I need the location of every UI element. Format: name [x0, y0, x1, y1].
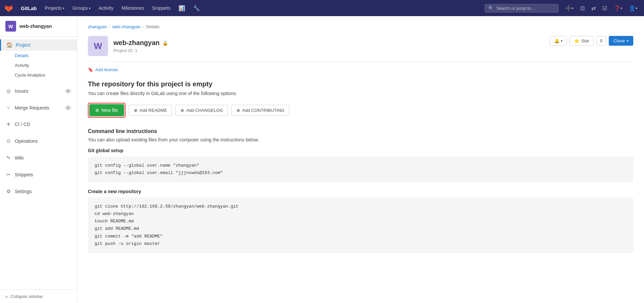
- collapse-label: Collapse sidebar: [10, 294, 43, 299]
- help-icon-btn[interactable]: ❓ ▾: [611, 3, 625, 13]
- sidebar-item-operations[interactable]: ⊙ Operations: [0, 135, 77, 147]
- plus-icon-btn[interactable]: ➕ ▾: [562, 3, 576, 13]
- collapse-sidebar-btn[interactable]: « Collapse sidebar: [0, 290, 77, 303]
- breadcrumb-zhangyan[interactable]: zhangyan: [88, 24, 107, 29]
- clone-button[interactable]: Clone ▾: [609, 36, 633, 46]
- sidebar-item-wiki[interactable]: ✎ Wiki: [0, 152, 77, 164]
- project-header-right: 🔔 ▾ ⭐ Star 0 Clone ▾: [550, 36, 633, 46]
- sidebar-item-snippets-label: Snippets: [15, 172, 33, 177]
- nav-activity[interactable]: Activity: [95, 0, 117, 16]
- merge-icon-btn[interactable]: ⇄: [589, 3, 598, 13]
- issues-icon: ◎: [5, 88, 11, 94]
- sidebar-item-issues-label: Issues: [15, 88, 28, 94]
- sidebar-item-operations-label: Operations: [15, 138, 38, 144]
- breadcrumb-sep-1: ›: [109, 24, 110, 29]
- sidebar-subitem-activity[interactable]: Activity: [0, 60, 77, 70]
- issues-badge: 0: [65, 89, 71, 93]
- sidebar-item-wiki-label: Wiki: [15, 155, 23, 161]
- star-count: 0: [596, 36, 606, 46]
- sidebar-item-project-label: Project: [16, 42, 31, 48]
- star-label: Star: [581, 38, 589, 43]
- project-title: web-zhangyan 🔒: [113, 39, 168, 47]
- add-license-label: Add license: [95, 67, 118, 72]
- new-repo-line-3: touch README.md: [95, 218, 627, 225]
- nav-snippets[interactable]: Snippets: [149, 0, 173, 16]
- main-content: zhangyan › web-zhangyan › Details W web-…: [77, 16, 644, 303]
- issues-icon-btn[interactable]: ⊡: [578, 3, 587, 13]
- git-global-title: Git global setup: [88, 148, 633, 153]
- nav-chart-icon[interactable]: 📊: [175, 0, 189, 16]
- new-repo-line-4: git add README.md: [95, 225, 627, 232]
- git-global-line-2: git config --global user.email "jjjnswds…: [95, 169, 627, 177]
- project-avatar: W: [88, 36, 108, 56]
- new-file-button[interactable]: ⊕ New file: [89, 104, 124, 116]
- sidebar-item-snippets[interactable]: ✂ Snippets: [0, 169, 77, 180]
- nav-milestones[interactable]: Milestones: [118, 0, 147, 16]
- sidebar-mr-section: ⑂ Merge Requests 0: [0, 99, 77, 116]
- sidebar-item-merge-requests[interactable]: ⑂ Merge Requests 0: [0, 102, 77, 113]
- command-line-title: Command line instructions: [88, 128, 633, 134]
- nav-projects[interactable]: Projects ▾: [42, 0, 68, 16]
- search-placeholder: Search or jump to...: [496, 6, 534, 11]
- nav-gitlab-label[interactable]: GitLab: [17, 0, 40, 16]
- add-changelog-plus-icon: ⊕: [180, 108, 184, 113]
- sidebar-issues-section: ◎ Issues 0: [0, 83, 77, 99]
- nav-groups[interactable]: Groups ▾: [69, 0, 94, 16]
- wiki-icon: ✎: [5, 155, 11, 161]
- git-global-code: git config --global user.name "zhangyan"…: [88, 157, 633, 182]
- breadcrumb-web-zhangyan[interactable]: web-zhangyan: [112, 24, 141, 29]
- sidebar-subitem-cycle-analytics[interactable]: Cycle Analytics: [0, 70, 77, 80]
- empty-repo-description: You can create files directly in GitLab …: [88, 91, 633, 96]
- sidebar-item-settings[interactable]: ⚙ Settings: [0, 186, 77, 197]
- sidebar-item-project[interactable]: 🏠 Project: [0, 39, 77, 51]
- new-file-label: New file: [101, 107, 118, 113]
- sidebar: W web-zhangyan 🏠 Project Details Activit…: [0, 16, 77, 303]
- search-bar[interactable]: 🔍 Search or jump to...: [485, 4, 558, 12]
- add-license-link[interactable]: 🔖 Add license: [88, 67, 633, 72]
- sidebar-project-section: 🏠 Project Details Activity Cycle Analyti…: [0, 37, 77, 83]
- nav-wrench-icon[interactable]: 🔧: [190, 0, 203, 16]
- command-line-description: You can also upload existing files from …: [88, 137, 633, 142]
- star-button[interactable]: ⭐ Star: [570, 36, 594, 46]
- star-icon: ⭐: [574, 38, 579, 43]
- home-icon: 🏠: [6, 42, 12, 48]
- new-repo-line-6: git push -u origin master: [95, 240, 627, 248]
- clone-dropdown-icon: ▾: [627, 39, 629, 43]
- sidebar-settings-section: ⚙ Settings: [0, 183, 77, 200]
- sidebar-project-name: web-zhangyan: [19, 24, 52, 29]
- new-file-button-wrapper: ⊕ New file: [88, 103, 125, 118]
- topnav: GitLab Projects ▾ Groups ▾ Activity Mile…: [0, 0, 644, 16]
- user-icon-btn[interactable]: 👤 ▾: [626, 3, 640, 13]
- breadcrumb: zhangyan › web-zhangyan › Details: [88, 24, 633, 29]
- snippets-icon: ✂: [5, 172, 11, 178]
- sidebar-item-cicd[interactable]: ✈ CI / CD: [0, 119, 77, 130]
- sidebar-item-cicd-label: CI / CD: [15, 122, 30, 127]
- cicd-icon: ✈: [5, 121, 11, 127]
- notification-button[interactable]: 🔔 ▾: [550, 36, 567, 46]
- new-repo-line-1: git clone http://192.168.2.50/zhangyan/w…: [95, 203, 627, 210]
- add-contributing-plus-icon: ⊕: [236, 108, 240, 113]
- sidebar-item-settings-label: Settings: [15, 189, 32, 194]
- sidebar-wiki-section: ✎ Wiki: [0, 149, 77, 166]
- mr-badge: 0: [65, 105, 71, 110]
- plus-circle-icon: ⊕: [95, 107, 99, 113]
- clone-label: Clone: [613, 38, 625, 43]
- new-repo-code: git clone http://192.168.2.50/zhangyan/w…: [88, 198, 633, 253]
- sidebar-item-issues[interactable]: ◎ Issues 0: [0, 85, 77, 97]
- git-global-line-1: git config --global user.name "zhangyan": [95, 162, 627, 169]
- sidebar-project-avatar: W: [5, 21, 16, 32]
- project-header-left: W web-zhangyan 🔒 Project ID: 1: [88, 36, 168, 56]
- add-contributing-label: Add CONTRIBUTING: [242, 108, 284, 113]
- merge-requests-icon: ⑂: [5, 105, 11, 111]
- todo-icon-btn[interactable]: ☑: [600, 3, 610, 13]
- sidebar-project-header[interactable]: W web-zhangyan: [0, 16, 77, 37]
- search-icon: 🔍: [488, 6, 494, 11]
- breadcrumb-sep-2: ›: [143, 24, 144, 29]
- sidebar-item-mr-label: Merge Requests: [15, 105, 49, 111]
- sidebar-subitem-details[interactable]: Details: [0, 51, 77, 60]
- add-contributing-button[interactable]: ⊕ Add CONTRIBUTING: [231, 105, 289, 116]
- add-readme-button[interactable]: ⊕ Add README: [129, 105, 172, 116]
- add-changelog-button[interactable]: ⊕ Add CHANGELOG: [175, 105, 228, 116]
- gitlab-logo[interactable]: [4, 3, 13, 13]
- notification-dropdown-icon: ▾: [561, 39, 562, 43]
